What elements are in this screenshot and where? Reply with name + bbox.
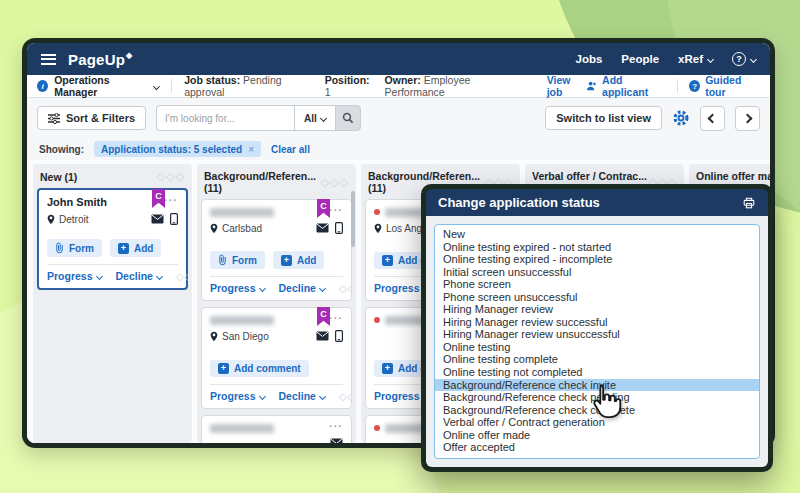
add-icon <box>118 243 129 254</box>
search-scope-dropdown[interactable]: All <box>294 105 335 131</box>
view-job-link[interactable]: View job <box>547 74 586 98</box>
status-option[interactable]: Background/Reference check pending <box>435 391 759 404</box>
nav-xref[interactable]: xRef <box>678 53 713 65</box>
phone-icon[interactable] <box>170 213 178 225</box>
scroll-left-button[interactable] <box>700 106 725 131</box>
card-location-row: Detroit <box>47 213 178 225</box>
guided-tour-button[interactable]: ? Guided tour <box>689 74 760 98</box>
card-rating-diamonds-icon: ◇◇◇ <box>339 391 352 402</box>
form-button[interactable]: Form <box>210 251 265 269</box>
modal-header: Change application status <box>426 189 768 216</box>
mail-icon[interactable] <box>151 214 164 224</box>
progress-dropdown[interactable]: Progress <box>210 390 265 402</box>
column-scrollbar[interactable] <box>351 191 355 247</box>
nav-help-menu[interactable]: ? <box>732 52 756 66</box>
nav-jobs[interactable]: Jobs <box>576 53 603 65</box>
switch-to-list-view-button[interactable]: Switch to list view <box>545 106 662 130</box>
job-owner: Owner: Employee Performance <box>385 74 523 98</box>
chevron-down-icon <box>750 55 757 62</box>
progress-dropdown[interactable]: Progress <box>210 282 265 294</box>
add-button[interactable]: Add <box>110 239 161 257</box>
status-option[interactable]: Offer accepted <box>435 441 759 454</box>
chevron-left-icon <box>708 113 718 123</box>
add-icon <box>382 255 393 266</box>
job-title-dropdown[interactable]: i Operations Manager <box>37 74 159 98</box>
active-filters-bar: Showing: Application status: 5 selected … <box>27 138 770 160</box>
filter-chip-application-status[interactable]: Application status: 5 selected × <box>94 141 261 157</box>
card-location-row <box>210 438 343 443</box>
phone-icon[interactable] <box>335 222 343 234</box>
card-footer-row: ProgressDecline◇◇◇ <box>210 384 343 402</box>
status-option[interactable]: Phone screen unsuccessful <box>435 291 759 304</box>
applicant-card[interactable]: ··· <box>201 415 352 443</box>
more-options-icon[interactable]: ··· <box>329 206 343 215</box>
add-applicant-button[interactable]: Add applicant <box>586 74 666 98</box>
applicant-card[interactable]: ···CSan DiegoAdd commentProgressDecline◇… <box>201 307 352 409</box>
status-option[interactable]: Verbal offer / Contract generation <box>435 416 759 429</box>
gear-icon <box>672 109 690 127</box>
status-option[interactable]: Online testing complete <box>435 353 759 366</box>
mail-icon[interactable] <box>330 438 343 443</box>
scroll-right-button[interactable] <box>735 106 760 131</box>
more-options-icon[interactable]: ··· <box>329 314 343 323</box>
progress-dropdown[interactable]: Progress <box>47 270 102 282</box>
more-options-icon[interactable]: ··· <box>329 422 343 431</box>
pageup-logo: PageUp◆ <box>68 51 132 68</box>
status-option[interactable]: Hiring Manager review unsuccessful <box>435 328 759 341</box>
clear-all-link[interactable]: Clear all <box>271 144 310 155</box>
status-option[interactable]: Phone screen <box>435 278 759 291</box>
decline-dropdown[interactable]: Decline <box>279 282 325 294</box>
decline-dropdown[interactable]: Decline <box>279 390 325 402</box>
column-card-list: ···CCarlsbadFormAddProgressDecline◇◇◇···… <box>201 199 352 443</box>
location-pin-icon <box>374 223 382 234</box>
card-footer-row: ProgressDecline◇◇◇ <box>47 264 178 282</box>
form-button[interactable]: Form <box>47 239 102 257</box>
board-column: New (1)◇◇◇John Smith···CDetroitFormAddPr… <box>33 164 192 443</box>
applicant-location: San Diego <box>222 331 269 342</box>
decline-dropdown[interactable]: Decline <box>116 270 162 282</box>
unread-dot-icon <box>374 317 380 323</box>
change-status-modal: Change application status NewOnline test… <box>421 184 773 472</box>
status-option[interactable]: Hiring Manager review successful <box>435 316 759 329</box>
chevron-down-icon <box>156 272 163 279</box>
sort-filters-button[interactable]: Sort & Filters <box>37 106 146 130</box>
status-option[interactable]: Initial screen unsuccessful <box>435 266 759 279</box>
mail-icon[interactable] <box>316 223 329 233</box>
applicant-card[interactable]: ···CCarlsbadFormAddProgressDecline◇◇◇ <box>201 199 352 301</box>
add-comment-button[interactable]: Add comment <box>210 360 309 377</box>
status-option[interactable]: New <box>435 228 759 241</box>
status-option[interactable]: Hiring Manager review <box>435 303 759 316</box>
hamburger-menu-icon[interactable] <box>41 54 56 65</box>
board-column: Background/Referen... (11)◇◇◇···CCarlsba… <box>197 164 356 443</box>
mail-icon[interactable] <box>316 331 329 341</box>
status-option[interactable]: Online testing expired - not started <box>435 241 759 254</box>
column-rating-diamonds-icon: ◇◇◇ <box>157 170 185 183</box>
divider <box>677 79 678 93</box>
more-options-icon[interactable]: ··· <box>164 196 178 205</box>
phone-icon[interactable] <box>335 330 343 342</box>
status-option[interactable]: Online testing not completed <box>435 366 759 379</box>
search-button[interactable] <box>335 105 361 131</box>
card-rating-diamonds-icon: ◇◇◇ <box>176 271 188 282</box>
remove-filter-icon[interactable]: × <box>248 144 254 155</box>
status-option[interactable]: Online testing expired - incomplete <box>435 253 759 266</box>
status-option[interactable]: Online offer made <box>435 429 759 442</box>
applicant-location: Detroit <box>59 214 88 225</box>
column-header: New (1)◇◇◇ <box>37 164 188 188</box>
status-option[interactable]: Online testing <box>435 341 759 354</box>
status-option[interactable]: Background/Reference check invite <box>435 379 759 392</box>
nav-people[interactable]: People <box>621 53 659 65</box>
column-rating-diamonds-icon: ◇◇◇ <box>321 176 349 189</box>
print-button[interactable] <box>742 196 756 210</box>
add-person-icon <box>586 80 597 92</box>
card-actions-row: Add comment <box>210 360 343 377</box>
paperclip-icon <box>55 242 64 254</box>
search-input[interactable] <box>156 105 294 131</box>
status-option[interactable]: Background/Reference check complete <box>435 404 759 417</box>
settings-button[interactable] <box>672 109 690 127</box>
applicant-card[interactable]: John Smith···CDetroitFormAddProgressDecl… <box>37 188 188 290</box>
add-button[interactable]: Add <box>273 251 324 269</box>
status-option-list: NewOnline testing expired - not startedO… <box>434 224 760 459</box>
chevron-down-icon <box>258 392 265 399</box>
add-icon <box>382 363 393 374</box>
